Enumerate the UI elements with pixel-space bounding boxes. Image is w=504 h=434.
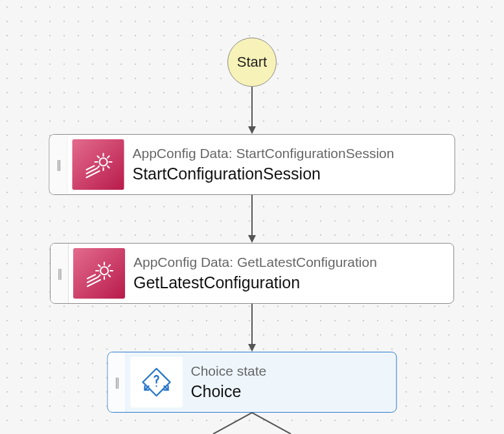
- node-subtitle: AppConfig Data: GetLatestConfiguration: [133, 254, 444, 271]
- svg-line-23: [98, 275, 100, 277]
- task-start-configuration-session[interactable]: ||: [49, 134, 455, 195]
- node-subtitle: Choice state: [191, 363, 387, 380]
- svg-point-2: [100, 158, 108, 166]
- svg-line-9: [98, 166, 100, 168]
- gear-icon: [73, 248, 125, 299]
- gear-icon: [73, 139, 124, 190]
- svg-line-25: [87, 275, 95, 279]
- svg-point-16: [100, 267, 108, 275]
- node-subtitle: AppConfig Data: StartConfigurationSessio…: [133, 145, 446, 162]
- svg-line-10: [108, 156, 109, 158]
- svg-line-22: [109, 275, 111, 277]
- task-get-latest-configuration[interactable]: ||: [50, 243, 454, 304]
- workflow-canvas[interactable]: Start ||: [0, 0, 504, 434]
- choice-icon: [131, 357, 183, 407]
- start-node[interactable]: Start: [227, 38, 277, 87]
- svg-marker-15: [248, 235, 256, 243]
- svg-line-11: [87, 166, 95, 170]
- start-label: Start: [237, 54, 267, 71]
- drag-handle-icon[interactable]: ||: [50, 135, 68, 194]
- drag-handle-icon[interactable]: ||: [108, 352, 126, 412]
- svg-line-7: [98, 156, 100, 158]
- drag-handle-icon[interactable]: ||: [51, 244, 69, 303]
- svg-line-8: [108, 166, 109, 168]
- connector-choice-outgoing: [174, 413, 330, 434]
- node-title: Choice: [191, 382, 387, 402]
- node-title: GetLatestConfiguration: [133, 273, 444, 293]
- connector-task2-to-choice: [247, 304, 257, 352]
- choice-state-node[interactable]: || Choice state Choice: [108, 352, 397, 413]
- connector-start-to-task1: [247, 87, 257, 134]
- connector-task1-to-task2: [247, 195, 257, 243]
- node-text: AppConfig Data: GetLatestConfiguration G…: [130, 244, 453, 303]
- node-title: StartConfigurationSession: [133, 164, 446, 184]
- svg-line-35: [252, 413, 291, 434]
- svg-marker-1: [248, 126, 256, 134]
- node-text: Choice state Choice: [187, 352, 396, 412]
- svg-line-34: [213, 413, 252, 434]
- svg-point-31: [155, 385, 157, 387]
- svg-line-21: [98, 265, 100, 267]
- svg-marker-29: [248, 344, 256, 352]
- node-text: AppConfig Data: StartConfigurationSessio…: [129, 135, 455, 194]
- svg-line-24: [109, 265, 111, 267]
